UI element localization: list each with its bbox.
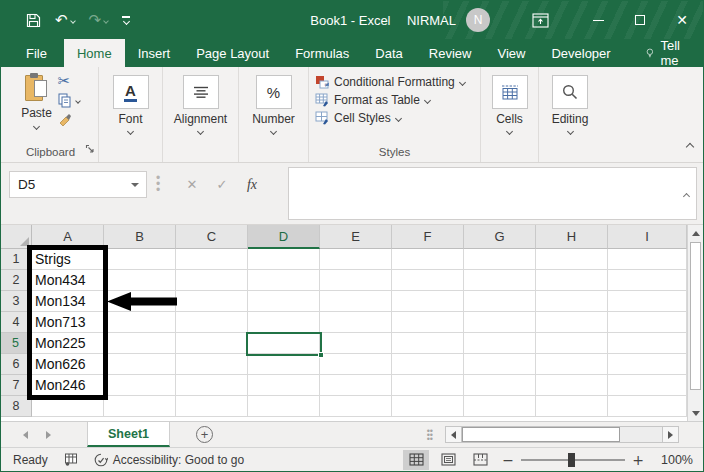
copy-button[interactable]: [58, 93, 80, 108]
editing-group-button[interactable]: [552, 75, 588, 109]
row-header-6[interactable]: 6: [1, 354, 32, 375]
cell-A4[interactable]: Mon713: [32, 312, 104, 333]
conditional-formatting-button[interactable]: ≠ Conditional Formatting: [315, 75, 465, 89]
select-all-button[interactable]: [1, 225, 32, 249]
cell-E3[interactable]: [320, 291, 392, 312]
cell-G6[interactable]: [464, 354, 536, 375]
cell-A3[interactable]: Mon134: [32, 291, 104, 312]
cell-D8[interactable]: [248, 396, 320, 417]
ribbon-display-options-button[interactable]: [532, 13, 549, 28]
horizontal-scroll-thumb[interactable]: [462, 427, 620, 442]
cell-F7[interactable]: [392, 375, 464, 396]
cell-B5[interactable]: [104, 333, 176, 354]
cell-F1[interactable]: [392, 249, 464, 270]
cell-G8[interactable]: [464, 396, 536, 417]
accessibility-status[interactable]: Accessibility: Good to go: [94, 453, 244, 467]
next-sheet-button[interactable]: [46, 431, 51, 439]
cell-H6[interactable]: [536, 354, 608, 375]
cell-C3[interactable]: [176, 291, 248, 312]
cell-B7[interactable]: [104, 375, 176, 396]
collapse-ribbon-button[interactable]: [687, 136, 693, 154]
cell-F2[interactable]: [392, 270, 464, 291]
tab-home[interactable]: Home: [64, 39, 125, 67]
cell-I3[interactable]: [608, 291, 687, 312]
cell-A6[interactable]: Mon626: [32, 354, 104, 375]
cell-D4[interactable]: [248, 312, 320, 333]
tab-data[interactable]: Data: [362, 39, 415, 67]
cell-C7[interactable]: [176, 375, 248, 396]
cells-dropdown-icon[interactable]: [506, 128, 513, 135]
font-group-button[interactable]: A: [113, 75, 149, 109]
cell-H8[interactable]: [536, 396, 608, 417]
column-header-B[interactable]: B: [104, 225, 176, 249]
cell-I6[interactable]: [608, 354, 687, 375]
row-header-7[interactable]: 7: [1, 375, 32, 396]
close-button[interactable]: ✕: [661, 1, 703, 39]
alignment-dropdown-icon[interactable]: [197, 128, 204, 135]
cell-B2[interactable]: [104, 270, 176, 291]
column-header-I[interactable]: I: [608, 225, 687, 249]
cell-E2[interactable]: [320, 270, 392, 291]
customize-qat-button[interactable]: [115, 6, 137, 34]
cell-A2[interactable]: Mon434: [32, 270, 104, 291]
maximize-button[interactable]: [619, 1, 661, 39]
cell-C6[interactable]: [176, 354, 248, 375]
cell-F6[interactable]: [392, 354, 464, 375]
cell-C2[interactable]: [176, 270, 248, 291]
row-header-2[interactable]: 2: [1, 270, 32, 291]
expand-formula-bar-button[interactable]: [684, 185, 689, 203]
alignment-group-button[interactable]: [183, 75, 219, 109]
cell-D3[interactable]: [248, 291, 320, 312]
vertical-scrollbar[interactable]: [687, 225, 703, 421]
cell-I2[interactable]: [608, 270, 687, 291]
number-dropdown-icon[interactable]: [270, 128, 277, 135]
cell-E7[interactable]: [320, 375, 392, 396]
format-as-table-button[interactable]: Format as Table: [315, 93, 430, 107]
cell-H4[interactable]: [536, 312, 608, 333]
normal-view-button[interactable]: [403, 450, 429, 470]
cell-I7[interactable]: [608, 375, 687, 396]
cell-A8[interactable]: [32, 396, 104, 417]
cell-E4[interactable]: [320, 312, 392, 333]
cells-group-button[interactable]: [492, 75, 528, 109]
zoom-slider[interactable]: [521, 459, 625, 461]
cell-F3[interactable]: [392, 291, 464, 312]
hscroll-resize-dots[interactable]: ••••••: [427, 429, 433, 441]
cell-F5[interactable]: [392, 333, 464, 354]
formula-bar-drag-dots[interactable]: •••: [156, 175, 160, 193]
cell-styles-button[interactable]: Cell Styles: [315, 111, 401, 125]
tab-formulas[interactable]: Formulas: [282, 39, 362, 67]
cell-B3[interactable]: [104, 291, 176, 312]
row-header-3[interactable]: 3: [1, 291, 32, 312]
name-box[interactable]: D5: [9, 171, 147, 198]
scroll-up-button[interactable]: [688, 225, 703, 241]
column-header-D[interactable]: D: [248, 225, 320, 249]
cell-E5[interactable]: [320, 333, 392, 354]
column-header-H[interactable]: H: [536, 225, 608, 249]
cell-D5[interactable]: [248, 333, 320, 354]
insert-function-button[interactable]: fx: [237, 171, 267, 198]
zoom-slider-handle[interactable]: [568, 453, 575, 467]
avatar[interactable]: N: [466, 8, 490, 32]
column-header-E[interactable]: E: [320, 225, 392, 249]
cell-H2[interactable]: [536, 270, 608, 291]
cell-C5[interactable]: [176, 333, 248, 354]
clipboard-dialog-launcher[interactable]: [85, 140, 95, 158]
cell-B8[interactable]: [104, 396, 176, 417]
cell-A5[interactable]: Mon225: [32, 333, 104, 354]
paste-button[interactable]: Paste: [21, 71, 52, 129]
column-header-F[interactable]: F: [392, 225, 464, 249]
cell-F8[interactable]: [392, 396, 464, 417]
scroll-left-button[interactable]: [445, 426, 462, 443]
formula-input[interactable]: [288, 167, 697, 220]
comments-button[interactable]: [695, 39, 704, 67]
editing-dropdown-icon[interactable]: [566, 128, 573, 135]
tell-me-button[interactable]: Tell me: [636, 39, 696, 67]
tab-view[interactable]: View: [484, 39, 538, 67]
tab-review[interactable]: Review: [416, 39, 485, 67]
column-header-C[interactable]: C: [176, 225, 248, 249]
cell-G3[interactable]: [464, 291, 536, 312]
cell-D6[interactable]: [248, 354, 320, 375]
column-header-G[interactable]: G: [464, 225, 536, 249]
font-dropdown-icon[interactable]: [127, 128, 134, 135]
